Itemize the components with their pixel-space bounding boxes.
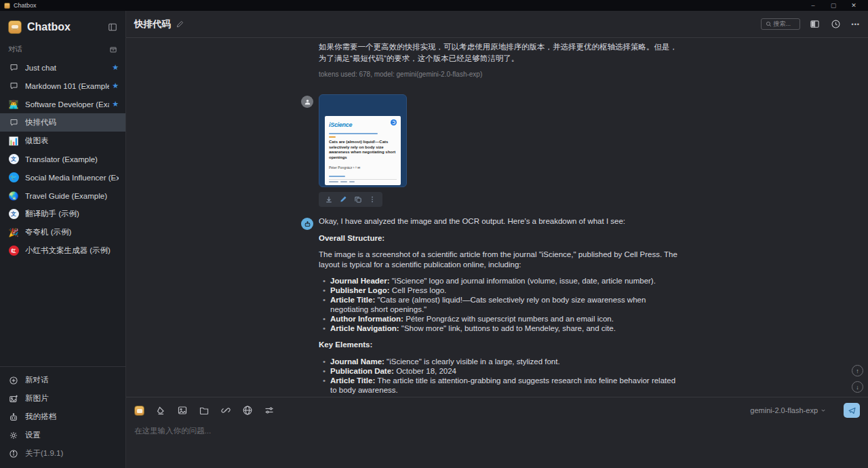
token-usage: tokens used: 678, model: gemini(gemini-2… [319, 69, 681, 80]
assistant-message: Okay, I have analyzed the image and the … [301, 216, 681, 397]
sidebar-item-travel-guide[interactable]: 🌏 Travel Guide (Example) [0, 187, 125, 205]
translator-icon: 文 [8, 154, 19, 165]
image-action-bar [319, 192, 382, 207]
more-options-icon[interactable]: ••• [852, 21, 860, 28]
edit-image-icon[interactable] [339, 195, 347, 203]
kebab-menu-icon[interactable] [368, 195, 376, 203]
collapse-sidebar-icon[interactable] [108, 22, 117, 32]
message-text: 如果你需要一个更高效的快排实现，可以考虑使用原地排序的版本，并选择更优的枢轴选择… [319, 41, 681, 64]
about-button[interactable]: 关于(1.9.1) [0, 444, 125, 463]
edit-title-icon[interactable] [176, 20, 184, 28]
star-icon[interactable]: ★ [112, 81, 119, 90]
attach-link-icon[interactable] [220, 405, 231, 416]
archive-icon[interactable] [109, 45, 117, 54]
window-title: Chatbox [14, 2, 37, 9]
paper-plane-icon [848, 406, 856, 415]
search-input[interactable]: 搜索... [761, 18, 800, 30]
model-selector[interactable]: gemini-2.0-flash-exp [750, 406, 826, 414]
sidebar-item-translation-assistant[interactable]: 文 翻译助手 (示例) [0, 205, 125, 223]
history-icon[interactable] [831, 19, 841, 29]
sidebar: Chatbox 对话 Just chat ★ Markdown 101 (Exa… [0, 11, 126, 468]
journal-meta-line [329, 133, 378, 134]
settings-button[interactable]: 设置 [0, 426, 125, 444]
article-preview: iScience Cats are (almost) liquid!—Cats … [325, 116, 401, 185]
party-emoji-icon: 🎉 [8, 227, 19, 238]
developer-emoji-icon: 👨‍💻 [8, 99, 19, 110]
gear-icon [8, 430, 19, 441]
chat-scroll-area[interactable]: 如果你需要一个更高效的快排实现，可以考虑使用原地排序的版本，并选择更优的枢轴选择… [126, 38, 868, 397]
list-item: Article Navigation: "Show more" link, bu… [323, 324, 681, 333]
sidebar-item-praise-machine[interactable]: 🎉 夸夸机 (示例) [0, 223, 125, 241]
scroll-to-top-button[interactable]: ↑ [852, 365, 863, 376]
new-image-icon [8, 393, 19, 404]
section-heading: Key Elements: [319, 340, 681, 350]
my-copilots-button[interactable]: 我的搭档 [0, 408, 125, 426]
list-item: Journal Name: "iScience" is clearly visi… [323, 357, 681, 366]
message-input-placeholder[interactable]: 在这里输入你的问题... [134, 426, 860, 436]
sidebar-item-software-developer[interactable]: 👨‍💻 Software Developer (Example) ★ [0, 95, 125, 113]
new-image-button[interactable]: 新图片 [0, 389, 125, 408]
list-item: Author Information: Péter Pongrácz with … [323, 314, 681, 324]
scroll-to-bottom-button[interactable]: ↓ [852, 381, 863, 393]
assistant-avatar [301, 218, 313, 230]
sidebar-item-markdown-101[interactable]: Markdown 101 (Example) ★ [0, 77, 125, 95]
show-more-line [329, 176, 345, 177]
twitter-bird-icon: 🐦 [8, 172, 19, 183]
list-item: Publication Date: October 18, 2024 [323, 366, 681, 376]
conversations-label: 对话 [8, 45, 109, 54]
user-avatar [301, 96, 313, 108]
scroll-fabs: ↑ ↓ [852, 365, 863, 393]
search-icon [766, 21, 772, 27]
bullet-list-structure: Journal Header: "iScience" logo and jour… [319, 276, 681, 333]
copy-icon[interactable] [354, 195, 362, 203]
sidebar-item-quicksort[interactable]: 快排代码 [0, 113, 125, 132]
chat-bubble-icon [8, 62, 19, 73]
sidebar-item-translator[interactable]: 文 Translator (Example) [0, 150, 125, 168]
chat-list: Just chat ★ Markdown 101 (Example) ★ 👨‍💻… [0, 58, 125, 364]
list-item: Publisher Logo: Cell Press logo. [323, 286, 681, 295]
brand-name: Chatbox [27, 21, 108, 33]
chevron-down-icon [821, 408, 826, 413]
conversations-section-header: 对话 [0, 41, 125, 58]
chat-bubble-icon [8, 81, 19, 92]
tuning-sliders-icon[interactable] [264, 405, 275, 416]
cellpress-logo-icon [391, 119, 397, 125]
message-input-area[interactable]: gemini-2.0-flash-exp 在这里输入你的问题... [126, 397, 868, 468]
sidebar-divider [0, 366, 125, 367]
star-icon[interactable]: ★ [112, 63, 119, 72]
chatbox-logo-icon [8, 20, 22, 34]
assistant-model-icon[interactable] [134, 406, 144, 416]
sidebar-item-just-chat[interactable]: Just chat ★ [0, 58, 125, 77]
chart-emoji-icon: 📊 [8, 136, 19, 147]
info-circle-icon [8, 448, 19, 459]
analysis-intro: Okay, I have analyzed the image and the … [319, 216, 681, 227]
attach-file-icon[interactable] [199, 405, 210, 416]
user-message: iScience Cats are (almost) liquid!—Cats … [301, 94, 681, 207]
image-attachment[interactable]: iScience Cats are (almost) liquid!—Cats … [319, 94, 407, 187]
translator-icon: 文 [8, 209, 19, 220]
list-item: Article Title: The article title is atte… [323, 376, 681, 395]
window-titlebar: Chatbox – ▢ ✕ [0, 0, 868, 11]
brand-row: Chatbox [0, 16, 125, 41]
new-chat-button[interactable]: 新对话 [0, 371, 125, 389]
star-icon[interactable]: ★ [112, 100, 119, 109]
sidebar-item-xiaohongshu-writer[interactable]: 红 小红书文案生成器 (示例) [0, 241, 125, 260]
robot-icon [8, 412, 19, 423]
send-button[interactable] [844, 403, 860, 418]
section-heading: Overall Structure: [319, 233, 681, 243]
toggle-panel-icon[interactable] [810, 19, 820, 29]
web-browsing-icon[interactable] [242, 405, 253, 416]
main-header: 快排代码 搜索... ••• [126, 11, 868, 38]
bullet-list-key-elements: Journal Name: "iScience" is clearly visi… [319, 357, 681, 397]
journal-logo: iScience [329, 119, 391, 131]
attach-image-icon[interactable] [177, 405, 188, 416]
chat-bubble-icon [8, 117, 19, 128]
close-button[interactable]: ✕ [844, 2, 864, 9]
minimize-button[interactable]: – [803, 2, 823, 9]
sidebar-item-make-chart[interactable]: 📊 做图表 [0, 132, 125, 150]
maximize-button[interactable]: ▢ [823, 2, 844, 9]
analysis-paragraph: The image is a screenshot of a scientifi… [319, 250, 681, 269]
sidebar-item-social-media-influencer[interactable]: 🐦 Social Media Influencer (Example) [0, 168, 125, 187]
clear-context-icon[interactable] [155, 405, 166, 416]
download-icon[interactable] [325, 195, 333, 203]
